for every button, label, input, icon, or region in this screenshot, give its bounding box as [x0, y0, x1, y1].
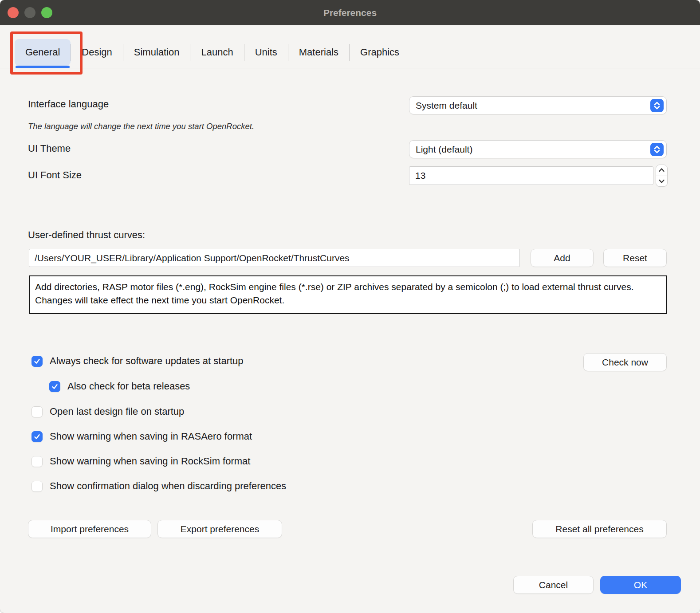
checkbox-row-discard-confirmation: Show confirmation dialog when discarding… [31, 480, 286, 492]
checkbox-row-rasaero-warning: Show warning when saving in RASAero form… [31, 431, 252, 442]
ui-font-size-input[interactable] [409, 166, 653, 185]
checkbox-label: Open last design file on startup [50, 406, 184, 417]
ui-theme-label: UI Theme [28, 143, 71, 154]
ok-button[interactable]: OK [600, 576, 681, 594]
tab-launch[interactable]: Launch [190, 39, 244, 66]
thrust-curves-label: User-defined thrust curves: [28, 229, 145, 241]
tab-units[interactable]: Units [244, 39, 288, 66]
checkbox-label: Show confirmation dialog when discarding… [50, 480, 286, 492]
interface-language-label: Interface language [28, 98, 109, 110]
checkbox-row-open-last-design: Open last design file on startup [31, 406, 184, 417]
checkbox-label: Also check for beta releases [67, 381, 190, 392]
checkbox-label: Show warning when saving in RockSim form… [50, 456, 250, 467]
checkbox-beta-releases[interactable] [49, 381, 60, 392]
interface-language-select[interactable]: System default [409, 96, 667, 114]
check-now-button[interactable]: Check now [583, 353, 667, 371]
tab-graphics[interactable]: Graphics [350, 39, 410, 66]
reset-button[interactable]: Reset [603, 249, 667, 267]
font-size-stepper[interactable] [656, 165, 668, 187]
checkbox-row-software-updates: Always check for software updates at sta… [31, 355, 244, 367]
add-button[interactable]: Add [531, 249, 594, 267]
preferences-window: Preferences General Design Simulation La… [0, 0, 700, 613]
stepper-down-icon[interactable] [656, 176, 667, 187]
export-preferences-button[interactable]: Export preferences [157, 520, 282, 538]
cancel-button[interactable]: Cancel [513, 576, 594, 594]
checkbox-label: Always check for software updates at sta… [50, 355, 244, 367]
checkbox-rocksim-warning[interactable] [31, 456, 43, 467]
checkbox-row-rocksim-warning: Show warning when saving in RockSim form… [31, 456, 250, 467]
dropdown-chevrons-icon [650, 143, 664, 156]
import-preferences-button[interactable]: Import preferences [28, 520, 151, 538]
dropdown-chevrons-icon [650, 99, 664, 112]
stepper-up-icon[interactable] [656, 165, 667, 176]
window-title: Preferences [0, 0, 700, 25]
checkbox-rasaero-warning[interactable] [31, 431, 43, 442]
checkbox-row-beta-releases: Also check for beta releases [49, 381, 190, 392]
ui-theme-select[interactable]: Light (default) [409, 140, 667, 158]
language-note: The language will change the next time y… [28, 122, 254, 131]
checkbox-label: Show warning when saving in RASAero form… [50, 431, 252, 442]
checkbox-open-last-design[interactable] [31, 406, 43, 417]
checkbox-discard-confirmation[interactable] [31, 481, 43, 492]
tabbar-divider [0, 68, 700, 68]
tab-materials[interactable]: Materials [288, 39, 349, 66]
ui-font-size-label: UI Font Size [28, 169, 82, 181]
checkbox-software-updates[interactable] [31, 356, 43, 367]
reset-all-preferences-button[interactable]: Reset all preferences [532, 520, 667, 538]
thrust-curves-path-input[interactable] [29, 249, 520, 267]
titlebar: Preferences [0, 0, 700, 25]
ui-theme-value: Light (default) [416, 144, 650, 155]
interface-language-value: System default [416, 100, 650, 111]
tab-simulation[interactable]: Simulation [123, 39, 190, 66]
thrust-curves-info: Add directories, RASP motor files (*.eng… [29, 275, 667, 314]
annotation-highlight-box [10, 31, 83, 75]
